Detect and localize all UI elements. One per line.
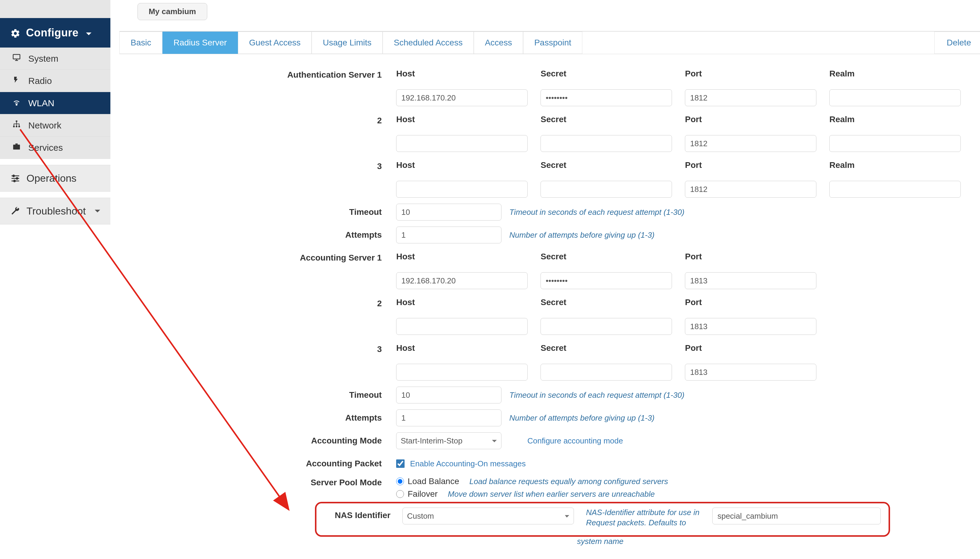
acct3-port-input[interactable] bbox=[685, 364, 816, 380]
accounting-mode-label: Accounting Mode bbox=[134, 436, 396, 446]
sidebar-item-network[interactable]: Network bbox=[0, 114, 111, 137]
sidebar-top-strip bbox=[0, 0, 111, 18]
auth-server-3-header: 3 Host Secret Port Realm bbox=[134, 156, 968, 176]
acct3-host-input[interactable] bbox=[396, 364, 527, 380]
auth3-secret-input[interactable] bbox=[540, 181, 672, 198]
col-host: Host bbox=[396, 115, 534, 124]
col-secret: Secret bbox=[540, 69, 679, 79]
tab-basic[interactable]: Basic bbox=[119, 31, 162, 54]
acct3-secret-input[interactable] bbox=[540, 364, 672, 380]
col-host: Host bbox=[396, 298, 534, 307]
nas-identifier-highlight: NAS Identifier Custom NAS-Identifier att… bbox=[315, 502, 890, 537]
tab-radius-server[interactable]: Radius Server bbox=[162, 31, 238, 54]
acct1-secret-input[interactable] bbox=[540, 272, 672, 289]
auth-timeout-row: Timeout Timeout in seconds of each reque… bbox=[134, 202, 968, 222]
accounting-on-checkbox[interactable] bbox=[396, 460, 405, 468]
auth-timeout-input[interactable] bbox=[396, 204, 501, 220]
auth2-secret-input[interactable] bbox=[540, 135, 672, 152]
tab-scheduled-access[interactable]: Scheduled Access bbox=[383, 31, 474, 54]
gear-icon bbox=[10, 28, 20, 38]
svg-rect-8 bbox=[13, 145, 20, 149]
acct-server-1-header: Accounting Server 1 Host Secret Port bbox=[134, 248, 968, 268]
radio-failover-desc: Move down server list when earlier serve… bbox=[448, 490, 655, 499]
server-pool-row: Server Pool Mode Load Balance Load balan… bbox=[134, 476, 968, 499]
auth-server-2-label: 2 bbox=[134, 116, 396, 126]
server-pool-label: Server Pool Mode bbox=[134, 476, 396, 487]
svg-point-3 bbox=[16, 104, 17, 105]
sidebar-operations[interactable]: Operations bbox=[0, 165, 111, 192]
tab-access[interactable]: Access bbox=[474, 31, 523, 54]
sidebar-configure-label: Configure bbox=[26, 26, 79, 39]
auth-attempts-input[interactable] bbox=[396, 227, 501, 243]
col-port: Port bbox=[685, 343, 823, 353]
tabs-row: Basic Radius Server Guest Access Usage L… bbox=[119, 31, 980, 54]
svg-point-12 bbox=[13, 175, 15, 177]
auth1-secret-input[interactable] bbox=[540, 89, 672, 106]
acct2-port-input[interactable] bbox=[685, 318, 816, 335]
col-secret: Secret bbox=[540, 160, 679, 170]
wrench-icon bbox=[10, 206, 20, 216]
radio-failover-label: Failover bbox=[408, 489, 438, 499]
col-port: Port bbox=[685, 160, 823, 170]
acct1-host-input[interactable] bbox=[396, 272, 527, 289]
auth2-realm-input[interactable] bbox=[829, 135, 961, 152]
acct-timeout-input[interactable] bbox=[396, 387, 501, 404]
auth-attempts-desc: Number of attempts before giving up (1-3… bbox=[509, 230, 654, 240]
wifi-icon bbox=[12, 98, 22, 109]
sidebar-configure-header[interactable]: Configure bbox=[0, 18, 111, 48]
tab-usage-limits[interactable]: Usage Limits bbox=[312, 31, 383, 54]
nas-identifier-select[interactable]: Custom bbox=[402, 508, 574, 524]
sidebar-item-wlan[interactable]: WLAN bbox=[0, 92, 111, 114]
tab-guest-access[interactable]: Guest Access bbox=[238, 31, 312, 54]
sidebar-item-radio[interactable]: Radio bbox=[0, 70, 111, 92]
col-port: Port bbox=[685, 69, 823, 79]
acct-attempts-label: Attempts bbox=[134, 413, 396, 423]
acct-attempts-desc: Number of attempts before giving up (1-3… bbox=[509, 413, 654, 423]
auth2-host-input[interactable] bbox=[396, 135, 527, 152]
bolt-icon bbox=[12, 75, 22, 86]
radio-load-balance-line: Load Balance Load balance requests equal… bbox=[396, 476, 668, 486]
auth-server-3-inputs bbox=[134, 179, 968, 199]
acct2-host-input[interactable] bbox=[396, 318, 527, 335]
sidebar-item-system[interactable]: System bbox=[0, 48, 111, 70]
sidebar-item-services[interactable]: Services bbox=[0, 137, 111, 159]
acct-server-2-inputs bbox=[134, 316, 968, 336]
sidebar-troubleshoot[interactable]: Troubleshoot bbox=[0, 198, 111, 225]
auth1-host-input[interactable] bbox=[396, 89, 527, 106]
auth3-port-input[interactable] bbox=[685, 181, 816, 198]
col-port: Port bbox=[685, 298, 823, 307]
acct-timeout-desc: Timeout in seconds of each request attem… bbox=[509, 390, 684, 400]
col-realm: Realm bbox=[829, 160, 968, 170]
svg-point-14 bbox=[13, 180, 15, 182]
tab-passpoint[interactable]: Passpoint bbox=[523, 31, 582, 54]
accounting-mode-select[interactable]: Start-Interim-Stop bbox=[396, 432, 501, 449]
delete-button[interactable]: Delete bbox=[934, 31, 980, 54]
auth-server-1-header: Authentication Server 1 Host Secret Port… bbox=[134, 65, 968, 85]
auth3-host-input[interactable] bbox=[396, 181, 527, 198]
auth3-realm-input[interactable] bbox=[829, 181, 961, 198]
acct-attempts-input[interactable] bbox=[396, 410, 501, 426]
profile-chip[interactable]: My cambium bbox=[137, 3, 207, 20]
auth2-port-input[interactable] bbox=[685, 135, 816, 152]
radio-load-balance[interactable] bbox=[396, 478, 404, 485]
auth1-realm-input[interactable] bbox=[829, 89, 961, 106]
auth-attempts-label: Attempts bbox=[134, 230, 396, 240]
auth-attempts-row: Attempts Number of attempts before givin… bbox=[134, 225, 968, 245]
operations-label: Operations bbox=[26, 172, 76, 184]
sidebar-item-label: WLAN bbox=[28, 98, 55, 108]
accounting-mode-desc: Configure accounting mode bbox=[527, 436, 623, 446]
acct1-port-input[interactable] bbox=[685, 272, 816, 289]
radio-load-balance-label: Load Balance bbox=[408, 476, 459, 486]
acct-attempts-row: Attempts Number of attempts before givin… bbox=[134, 408, 968, 428]
col-secret: Secret bbox=[540, 343, 679, 353]
tabs: Basic Radius Server Guest Access Usage L… bbox=[119, 31, 582, 54]
nas-identifier-input[interactable] bbox=[712, 508, 881, 524]
radio-failover[interactable] bbox=[396, 490, 404, 498]
main-content: My cambium Basic Radius Server Guest Acc… bbox=[111, 0, 980, 559]
auth-timeout-desc: Timeout in seconds of each request attem… bbox=[509, 208, 684, 217]
auth1-port-input[interactable] bbox=[685, 89, 816, 106]
form-zone: Authentication Server 1 Host Secret Port… bbox=[119, 54, 980, 559]
sidebar: Configure System Radio WLAN Network bbox=[0, 0, 111, 559]
acct2-secret-input[interactable] bbox=[540, 318, 672, 335]
svg-rect-4 bbox=[16, 121, 17, 122]
